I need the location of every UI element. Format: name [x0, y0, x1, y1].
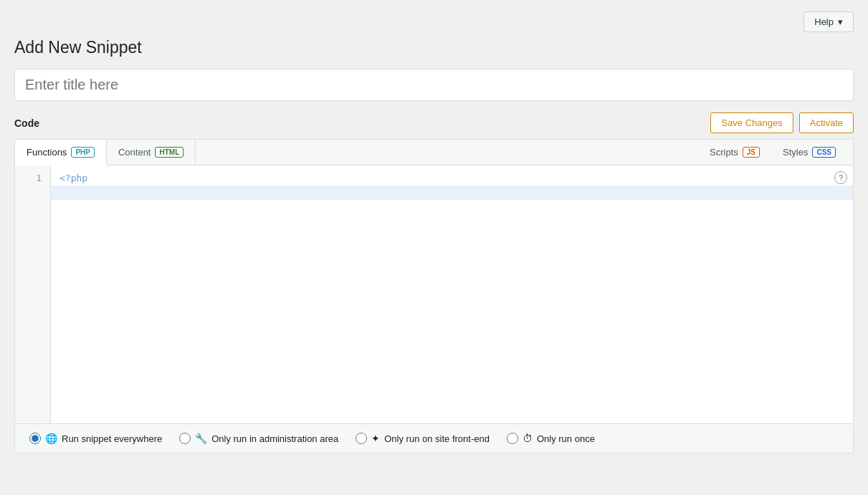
- run-option-frontend-label: Only run on site front-end: [384, 433, 490, 444]
- page-title: Add New Snippet: [14, 38, 854, 57]
- page-wrapper: Help ▾ Add New Snippet Code Save Changes…: [0, 0, 868, 468]
- wrench-icon: 🔧: [195, 433, 207, 444]
- top-bar: Help ▾: [14, 11, 854, 32]
- tab-content-badge: HTML: [155, 147, 183, 158]
- globe-icon: 🌐: [45, 433, 57, 444]
- star-icon: ✦: [371, 433, 380, 444]
- clock-icon: ⏱: [523, 433, 533, 444]
- tab-scripts[interactable]: Scripts JS: [698, 140, 771, 165]
- tab-content[interactable]: Content HTML: [107, 140, 196, 165]
- tab-scripts-badge: JS: [743, 147, 760, 158]
- run-option-admin-radio[interactable]: [179, 433, 191, 444]
- run-option-once-label: Only run once: [537, 433, 595, 444]
- run-option-everywhere-radio[interactable]: [29, 433, 41, 444]
- save-changes-button[interactable]: Save Changes: [710, 112, 793, 133]
- tab-functions-label: Functions: [27, 147, 67, 158]
- run-option-frontend[interactable]: ✦ Only run on site front-end: [356, 433, 490, 444]
- tab-functions[interactable]: Functions PHP: [15, 140, 107, 165]
- code-editor-wrapper: Functions PHP Content HTML Scripts JS St…: [14, 139, 854, 453]
- code-content[interactable]: <?php: [51, 165, 853, 423]
- tabs-right: Scripts JS Styles CSS: [698, 140, 853, 165]
- tab-styles-label: Styles: [783, 147, 808, 158]
- tabs-bar: Functions PHP Content HTML Scripts JS St…: [15, 140, 853, 165]
- run-option-frontend-radio[interactable]: [356, 433, 367, 444]
- run-option-everywhere-label: Run snippet everywhere: [62, 433, 162, 444]
- tab-scripts-label: Scripts: [710, 147, 738, 158]
- run-option-once-radio[interactable]: [507, 433, 518, 444]
- code-header: Code Save Changes Activate: [14, 112, 854, 133]
- activate-button[interactable]: Activate: [799, 112, 854, 133]
- line-numbers: 1: [15, 165, 51, 423]
- run-option-everywhere[interactable]: 🌐 Run snippet everywhere: [29, 433, 162, 444]
- editor-help-icon[interactable]: ?: [834, 171, 847, 184]
- help-button[interactable]: Help ▾: [803, 11, 854, 32]
- chevron-down-icon: ▾: [838, 16, 843, 27]
- editor-area: 1 <?php ?: [15, 165, 853, 423]
- code-label: Code: [14, 117, 39, 129]
- code-php-tag-line: <?php: [51, 171, 853, 186]
- tab-styles[interactable]: Styles CSS: [771, 140, 847, 165]
- snippet-title-input[interactable]: [14, 69, 854, 101]
- tab-styles-badge: CSS: [812, 147, 836, 158]
- run-options: 🌐 Run snippet everywhere 🔧 Only run in a…: [15, 423, 853, 453]
- help-label: Help: [814, 16, 834, 27]
- tab-content-label: Content: [118, 147, 151, 158]
- code-active-line: [51, 186, 853, 200]
- tabs-left: Functions PHP Content HTML: [15, 140, 196, 165]
- action-buttons: Save Changes Activate: [710, 112, 854, 133]
- line-number-1: 1: [15, 171, 50, 186]
- run-option-once[interactable]: ⏱ Only run once: [507, 433, 595, 444]
- run-option-admin[interactable]: 🔧 Only run in administration area: [179, 433, 338, 444]
- tab-functions-badge: PHP: [71, 147, 95, 158]
- run-option-admin-label: Only run in administration area: [211, 433, 338, 444]
